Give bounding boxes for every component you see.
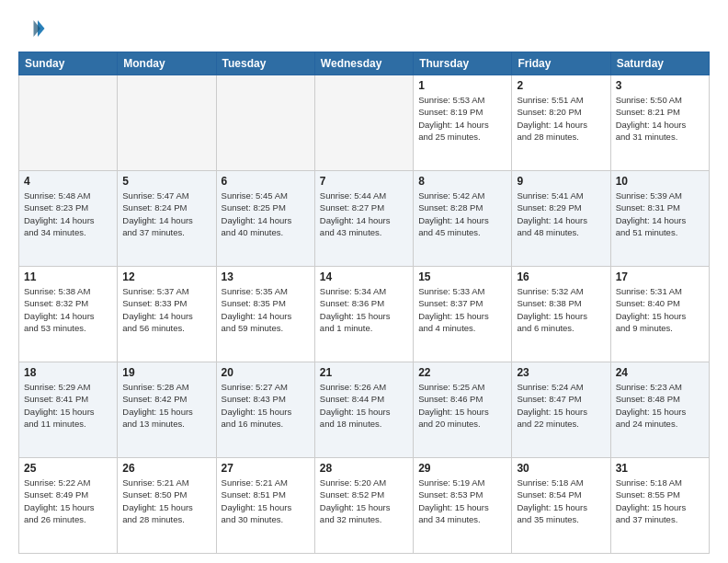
day-number: 3 [616, 79, 704, 92]
day-info: Sunrise: 5:29 AM Sunset: 8:41 PM Dayligh… [24, 381, 112, 430]
calendar-header-row: SundayMondayTuesdayWednesdayThursdayFrid… [19, 52, 710, 75]
calendar-day-header: Wednesday [314, 52, 413, 75]
calendar-cell: 22Sunrise: 5:25 AM Sunset: 8:46 PM Dayli… [414, 362, 512, 458]
calendar-cell: 19Sunrise: 5:28 AM Sunset: 8:42 PM Dayli… [118, 362, 216, 458]
day-number: 16 [517, 270, 605, 283]
calendar-cell: 7Sunrise: 5:44 AM Sunset: 8:27 PM Daylig… [314, 171, 413, 267]
logo-icon [18, 15, 46, 42]
day-number: 13 [222, 270, 310, 283]
page: SundayMondayTuesdayWednesdayThursdayFrid… [0, 0, 728, 563]
day-number: 12 [122, 270, 210, 283]
calendar-cell: 3Sunrise: 5:50 AM Sunset: 8:21 PM Daylig… [610, 75, 709, 171]
day-info: Sunrise: 5:27 AM Sunset: 8:43 PM Dayligh… [222, 381, 310, 430]
day-number: 22 [418, 366, 506, 379]
calendar-cell: 26Sunrise: 5:21 AM Sunset: 8:50 PM Dayli… [118, 458, 216, 554]
day-number: 6 [222, 175, 310, 188]
calendar-day-header: Saturday [610, 52, 709, 75]
day-number: 5 [122, 175, 210, 188]
day-info: Sunrise: 5:38 AM Sunset: 8:32 PM Dayligh… [24, 285, 112, 334]
day-number: 7 [320, 175, 408, 188]
day-info: Sunrise: 5:20 AM Sunset: 8:52 PM Dayligh… [320, 477, 408, 525]
calendar-cell: 8Sunrise: 5:42 AM Sunset: 8:28 PM Daylig… [414, 171, 512, 267]
day-number: 1 [418, 79, 506, 92]
day-info: Sunrise: 5:47 AM Sunset: 8:24 PM Dayligh… [122, 190, 210, 238]
calendar-cell: 24Sunrise: 5:23 AM Sunset: 8:48 PM Dayli… [610, 362, 709, 458]
calendar-cell: 15Sunrise: 5:33 AM Sunset: 8:37 PM Dayli… [414, 267, 512, 362]
day-number: 2 [517, 79, 605, 92]
day-info: Sunrise: 5:31 AM Sunset: 8:40 PM Dayligh… [616, 285, 704, 334]
calendar-cell: 28Sunrise: 5:20 AM Sunset: 8:52 PM Dayli… [314, 458, 413, 554]
calendar-cell: 30Sunrise: 5:18 AM Sunset: 8:54 PM Dayli… [512, 458, 610, 554]
calendar-cell: 13Sunrise: 5:35 AM Sunset: 8:35 PM Dayli… [216, 267, 314, 362]
calendar-cell: 11Sunrise: 5:38 AM Sunset: 8:32 PM Dayli… [19, 267, 118, 362]
day-info: Sunrise: 5:39 AM Sunset: 8:31 PM Dayligh… [616, 190, 704, 238]
day-info: Sunrise: 5:53 AM Sunset: 8:19 PM Dayligh… [418, 94, 506, 143]
calendar-cell: 6Sunrise: 5:45 AM Sunset: 8:25 PM Daylig… [216, 171, 314, 267]
day-info: Sunrise: 5:21 AM Sunset: 8:50 PM Dayligh… [122, 477, 210, 525]
calendar-day-header: Tuesday [216, 52, 314, 75]
calendar-week-row: 25Sunrise: 5:22 AM Sunset: 8:49 PM Dayli… [19, 458, 710, 554]
day-info: Sunrise: 5:44 AM Sunset: 8:27 PM Dayligh… [320, 190, 408, 238]
day-info: Sunrise: 5:50 AM Sunset: 8:21 PM Dayligh… [616, 94, 704, 143]
calendar-cell: 2Sunrise: 5:51 AM Sunset: 8:20 PM Daylig… [512, 75, 610, 171]
day-number: 24 [616, 366, 704, 379]
day-info: Sunrise: 5:18 AM Sunset: 8:54 PM Dayligh… [517, 477, 605, 525]
day-number: 27 [222, 462, 310, 475]
calendar-day-header: Thursday [414, 52, 512, 75]
calendar-cell [19, 75, 118, 171]
day-number: 31 [616, 462, 704, 475]
calendar-cell: 18Sunrise: 5:29 AM Sunset: 8:41 PM Dayli… [19, 362, 118, 458]
day-number: 19 [122, 366, 210, 379]
calendar-cell: 4Sunrise: 5:48 AM Sunset: 8:23 PM Daylig… [19, 171, 118, 267]
day-info: Sunrise: 5:45 AM Sunset: 8:25 PM Dayligh… [222, 190, 310, 238]
day-number: 29 [418, 462, 506, 475]
calendar-cell: 9Sunrise: 5:41 AM Sunset: 8:29 PM Daylig… [512, 171, 610, 267]
calendar-cell: 31Sunrise: 5:18 AM Sunset: 8:55 PM Dayli… [610, 458, 709, 554]
day-info: Sunrise: 5:22 AM Sunset: 8:49 PM Dayligh… [24, 477, 112, 525]
calendar-cell: 14Sunrise: 5:34 AM Sunset: 8:36 PM Dayli… [314, 267, 413, 362]
calendar-day-header: Friday [512, 52, 610, 75]
day-info: Sunrise: 5:35 AM Sunset: 8:35 PM Dayligh… [222, 285, 310, 334]
day-number: 15 [418, 270, 506, 283]
calendar-cell [118, 75, 216, 171]
day-info: Sunrise: 5:23 AM Sunset: 8:48 PM Dayligh… [616, 381, 704, 430]
day-info: Sunrise: 5:42 AM Sunset: 8:28 PM Dayligh… [418, 190, 506, 238]
day-number: 17 [616, 270, 704, 283]
day-number: 23 [517, 366, 605, 379]
calendar-cell: 10Sunrise: 5:39 AM Sunset: 8:31 PM Dayli… [610, 171, 709, 267]
day-number: 30 [517, 462, 605, 475]
day-number: 25 [24, 462, 112, 475]
day-number: 28 [320, 462, 408, 475]
calendar-cell: 16Sunrise: 5:32 AM Sunset: 8:38 PM Dayli… [512, 267, 610, 362]
calendar-cell: 12Sunrise: 5:37 AM Sunset: 8:33 PM Dayli… [118, 267, 216, 362]
day-number: 21 [320, 366, 408, 379]
calendar-week-row: 18Sunrise: 5:29 AM Sunset: 8:41 PM Dayli… [19, 362, 710, 458]
day-number: 18 [24, 366, 112, 379]
calendar-cell: 27Sunrise: 5:21 AM Sunset: 8:51 PM Dayli… [216, 458, 314, 554]
calendar-cell [216, 75, 314, 171]
day-number: 9 [517, 175, 605, 188]
day-number: 14 [320, 270, 408, 283]
day-number: 20 [222, 366, 310, 379]
calendar-table: SundayMondayTuesdayWednesdayThursdayFrid… [18, 52, 710, 554]
calendar-week-row: 11Sunrise: 5:38 AM Sunset: 8:32 PM Dayli… [19, 267, 710, 362]
day-info: Sunrise: 5:33 AM Sunset: 8:37 PM Dayligh… [418, 285, 506, 334]
day-number: 11 [24, 270, 112, 283]
day-number: 26 [122, 462, 210, 475]
calendar-cell [314, 75, 413, 171]
day-info: Sunrise: 5:26 AM Sunset: 8:44 PM Dayligh… [320, 381, 408, 430]
day-info: Sunrise: 5:21 AM Sunset: 8:51 PM Dayligh… [222, 477, 310, 525]
calendar-cell: 17Sunrise: 5:31 AM Sunset: 8:40 PM Dayli… [610, 267, 709, 362]
day-info: Sunrise: 5:24 AM Sunset: 8:47 PM Dayligh… [517, 381, 605, 430]
day-number: 4 [24, 175, 112, 188]
calendar-cell: 1Sunrise: 5:53 AM Sunset: 8:19 PM Daylig… [414, 75, 512, 171]
day-number: 10 [616, 175, 704, 188]
day-info: Sunrise: 5:18 AM Sunset: 8:55 PM Dayligh… [616, 477, 704, 525]
day-info: Sunrise: 5:51 AM Sunset: 8:20 PM Dayligh… [517, 94, 605, 143]
day-info: Sunrise: 5:32 AM Sunset: 8:38 PM Dayligh… [517, 285, 605, 334]
day-info: Sunrise: 5:19 AM Sunset: 8:53 PM Dayligh… [418, 477, 506, 525]
day-info: Sunrise: 5:28 AM Sunset: 8:42 PM Dayligh… [122, 381, 210, 430]
header [18, 15, 710, 42]
day-info: Sunrise: 5:37 AM Sunset: 8:33 PM Dayligh… [122, 285, 210, 334]
calendar-cell: 21Sunrise: 5:26 AM Sunset: 8:44 PM Dayli… [314, 362, 413, 458]
